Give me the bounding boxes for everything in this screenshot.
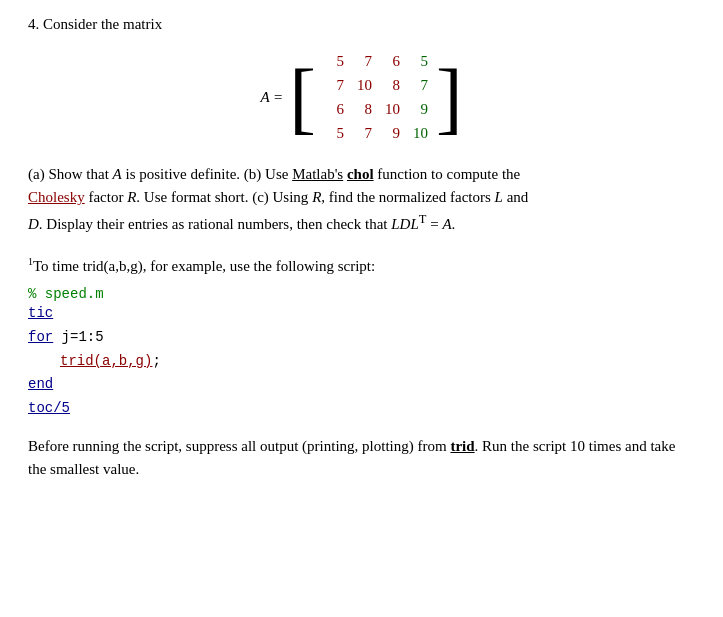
m23: 9: [420, 101, 432, 118]
part-c-text: D. Display their entries as rational num…: [28, 216, 455, 232]
m30: 5: [336, 125, 348, 142]
code-tic: tic: [28, 302, 695, 326]
m31: 7: [364, 125, 376, 142]
m32: 9: [392, 125, 404, 142]
bracket-right: ]: [436, 57, 463, 137]
m22: 10: [385, 101, 404, 118]
problem-number: 4.: [28, 16, 39, 32]
m10: 7: [336, 77, 348, 94]
code-end: end: [28, 373, 695, 397]
m13: 7: [420, 77, 432, 94]
code-trid: trid(a,b,g);: [28, 350, 695, 374]
m02: 6: [392, 53, 404, 70]
m11: 10: [357, 77, 376, 94]
m33: 10: [413, 125, 432, 142]
matrix-label: A =: [260, 89, 283, 106]
matrix-section: A = [ 5 7 6 5 7 10 8 7 6 8 10 9 5 7 9 10: [28, 47, 695, 147]
m01: 7: [364, 53, 376, 70]
bottom-text: Before running the script, suppress all …: [28, 435, 695, 482]
matrix-grid: 5 7 6 5 7 10 8 7 6 8 10 9 5 7 9 10: [316, 47, 436, 147]
m12: 8: [392, 77, 404, 94]
code-block: tic for j=1:5 trid(a,b,g); end toc/5: [28, 302, 695, 421]
m00: 5: [336, 53, 348, 70]
part-a-label: (a) Show that A is positive definite. (b…: [28, 166, 520, 182]
m20: 6: [336, 101, 348, 118]
problem-text: (a) Show that A is positive definite. (b…: [28, 163, 695, 236]
matrix-wrapper: [ 5 7 6 5 7 10 8 7 6 8 10 9 5 7 9 10 ]: [289, 47, 462, 147]
bracket-left: [: [289, 57, 316, 137]
code-for: for j=1:5: [28, 326, 695, 350]
problem-title: Consider the matrix: [43, 16, 162, 32]
problem-container: 4. Consider the matrix A = [ 5 7 6 5 7 1…: [28, 16, 695, 481]
m03: 5: [420, 53, 432, 70]
part-b-cholesky: Cholesky factor R. Use format short. (c)…: [28, 189, 528, 205]
problem-header: 4. Consider the matrix: [28, 16, 695, 33]
code-toc: toc/5: [28, 397, 695, 421]
code-comment: % speed.m: [28, 286, 695, 302]
m21: 8: [364, 101, 376, 118]
footnote-text: 1To time trid(a,b,g), for example, use t…: [28, 254, 695, 278]
